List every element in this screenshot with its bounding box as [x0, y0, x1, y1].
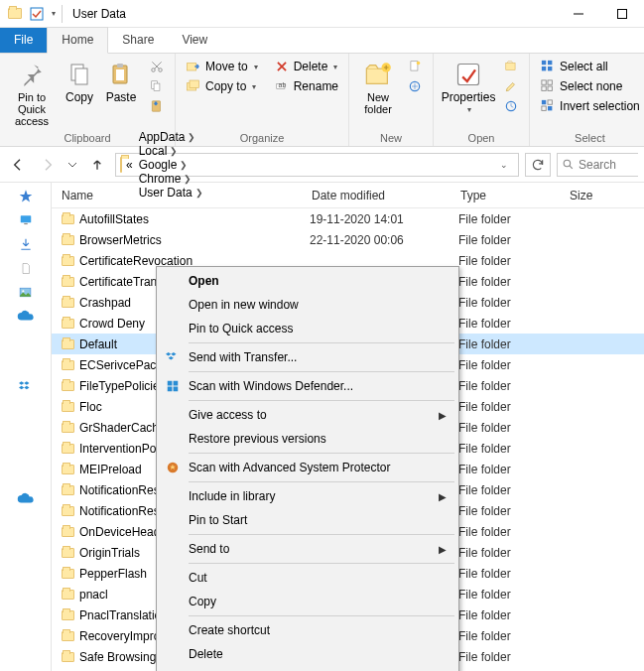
group-select-label: Select: [575, 132, 605, 145]
new-folder-button[interactable]: New folder: [355, 56, 401, 115]
nav-documents-icon[interactable]: [16, 260, 36, 276]
address-bar[interactable]: « AppData❯Local❯Google❯Chrome❯User Data❯…: [115, 153, 519, 177]
svg-rect-10: [154, 83, 160, 91]
open-small-button[interactable]: [499, 58, 523, 75]
maximize-button[interactable]: [600, 0, 644, 28]
table-row[interactable]: BrowserMetrics22-11-2020 00:06File folde…: [52, 229, 644, 250]
copy-button[interactable]: Copy: [60, 56, 99, 104]
paste-shortcut-button[interactable]: [145, 97, 169, 115]
col-date[interactable]: Date modified: [302, 189, 451, 202]
recent-locations-button[interactable]: [65, 153, 79, 177]
svg-text:ab: ab: [278, 81, 286, 88]
folder-icon: [62, 485, 79, 495]
ctx-open-new-window[interactable]: Open in new window: [159, 293, 456, 317]
easy-access-button[interactable]: [403, 77, 427, 95]
rename-button[interactable]: ab Rename: [270, 77, 342, 95]
search-placeholder: Search: [579, 158, 616, 172]
column-headers[interactable]: Name Date modified Type Size: [52, 183, 644, 208]
tab-share[interactable]: Share: [108, 28, 168, 53]
ctx-pin-start[interactable]: Pin to Start: [159, 508, 456, 532]
ctx-delete[interactable]: Delete: [159, 642, 456, 666]
svg-point-37: [564, 160, 571, 167]
col-name[interactable]: Name: [52, 189, 302, 202]
breadcrumb-segment[interactable]: Local❯: [137, 144, 205, 158]
move-to-button[interactable]: Move to▾: [182, 58, 262, 75]
nav-onedrive-icon[interactable]: [16, 308, 36, 324]
chevron-right-icon: ❯: [184, 174, 192, 184]
ctx-restore-versions[interactable]: Restore previous versions: [159, 427, 456, 451]
submenu-arrow-icon: ▶: [439, 491, 447, 502]
svg-rect-27: [542, 67, 546, 70]
edit-small-button[interactable]: [499, 77, 523, 95]
row-type: File folder: [458, 379, 568, 393]
row-type: File folder: [458, 608, 568, 622]
ctx-cut-label: Cut: [189, 571, 207, 585]
ctx-copy[interactable]: Copy: [159, 590, 456, 613]
row-name: BrowserMetrics: [79, 233, 310, 247]
copy-path-button[interactable]: [145, 77, 169, 95]
address-dropdown-icon[interactable]: ⌄: [494, 160, 514, 170]
forward-button[interactable]: [36, 153, 60, 177]
history-small-button[interactable]: [499, 97, 523, 115]
nav-downloads-icon[interactable]: [16, 236, 36, 252]
ctx-send-to[interactable]: Send to▶: [159, 537, 456, 561]
breadcrumb-segment[interactable]: AppData❯: [137, 130, 205, 144]
svg-rect-39: [24, 223, 28, 224]
properties-label: Properties: [442, 91, 496, 104]
svg-rect-12: [187, 64, 195, 70]
invert-selection-button[interactable]: Invert selection: [536, 97, 644, 115]
tab-view[interactable]: View: [168, 28, 221, 53]
nav-onedrive2-icon[interactable]: [16, 490, 36, 506]
cut-small-button[interactable]: [145, 58, 169, 75]
ctx-pin-quick-access[interactable]: Pin to Quick access: [159, 317, 456, 340]
ctx-scan-defender[interactable]: Scan with Windows Defender...: [159, 374, 456, 398]
tab-file[interactable]: File: [0, 28, 47, 53]
table-row[interactable]: AutofillStates19-11-2020 14:01File folde…: [52, 208, 644, 229]
tab-home[interactable]: Home: [47, 27, 108, 54]
search-box[interactable]: Search: [557, 153, 638, 177]
ctx-open[interactable]: Open: [159, 269, 456, 293]
nav-desktop-icon[interactable]: [16, 212, 36, 228]
asp-icon: [165, 460, 181, 475]
ctx-scan-asp[interactable]: Scan with Advanced System Protector: [159, 456, 456, 479]
select-all-button[interactable]: Select all: [536, 58, 644, 75]
nav-pictures-icon[interactable]: [16, 284, 36, 300]
ctx-send-transfer[interactable]: Send with Transfer...: [159, 345, 456, 369]
ctx-create-shortcut[interactable]: Create shortcut: [159, 618, 456, 642]
select-none-button[interactable]: Select none: [536, 77, 644, 95]
row-type: File folder: [458, 233, 568, 247]
pin-quick-access-button[interactable]: Pin to Quick access: [6, 56, 58, 127]
rename-icon: ab: [274, 78, 290, 94]
nav-dropbox-icon[interactable]: [16, 379, 36, 395]
properties-button[interactable]: Properties ▾: [440, 56, 497, 115]
ctx-pin-qa-label: Pin to Quick access: [189, 322, 293, 336]
col-type[interactable]: Type: [451, 189, 560, 202]
svg-rect-28: [548, 67, 552, 70]
paste-button[interactable]: Paste: [101, 56, 141, 104]
nav-quick-access-icon[interactable]: [16, 189, 36, 204]
copy-to-button[interactable]: Copy to▾: [182, 77, 262, 95]
row-type: File folder: [458, 588, 568, 602]
minimize-button[interactable]: [557, 0, 600, 28]
select-all-icon: [540, 59, 556, 74]
qat-dropdown-icon[interactable]: ▾: [52, 9, 56, 18]
ctx-include-library[interactable]: Include in library▶: [159, 484, 456, 508]
copy-to-icon: [186, 78, 201, 94]
qat-save-icon[interactable]: [28, 5, 46, 23]
delete-button[interactable]: Delete▾: [270, 58, 342, 75]
breadcrumb-segment[interactable]: Google❯: [137, 158, 205, 172]
ctx-rename[interactable]: Rename: [159, 666, 456, 671]
col-size[interactable]: Size: [560, 189, 644, 202]
up-button[interactable]: [85, 153, 109, 177]
ctx-open-new-label: Open in new window: [189, 298, 299, 312]
crumb-label: AppData: [139, 130, 186, 144]
ctx-give-access[interactable]: Give access to▶: [159, 403, 456, 427]
new-item-button[interactable]: [403, 58, 427, 75]
ctx-cut[interactable]: Cut: [159, 566, 456, 590]
back-button[interactable]: [6, 153, 30, 177]
folder-icon: [62, 506, 79, 516]
crumb-prefix[interactable]: «: [124, 158, 135, 172]
ctx-separator: [189, 453, 454, 454]
navigation-pane[interactable]: [0, 183, 52, 671]
refresh-button[interactable]: [525, 153, 551, 177]
